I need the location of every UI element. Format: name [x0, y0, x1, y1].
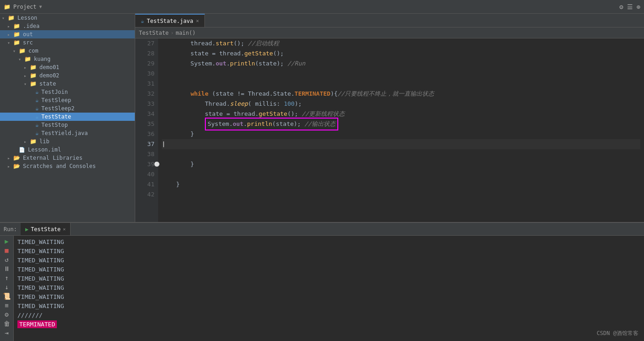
folder-icon: 📁	[30, 72, 37, 79]
tree-item-label: demo01	[39, 64, 59, 70]
output-line: TERMINATED	[17, 320, 640, 329]
line-number-38: 38	[139, 149, 154, 159]
code-token: TERMINATED	[295, 89, 330, 99]
tree-item-label: TestJoin	[41, 89, 68, 95]
highlighted-code-box: System.out.println(state); //输出状态	[205, 118, 338, 130]
wrap-button[interactable]: ⇥	[2, 329, 12, 336]
tree-item-label: External Libraries	[23, 155, 83, 161]
restart-button[interactable]: ↺	[2, 256, 12, 263]
code-token: (state);	[255, 59, 287, 69]
run-toolbar: ▶ ■ ↺ ⏸ ↑ ↓ 📜 ≡ ⚙ 🗑 ⇥ ✕	[0, 236, 14, 341]
code-token: println	[230, 59, 255, 69]
arrow-icon: ▸	[24, 65, 28, 70]
code-line-31	[162, 79, 640, 89]
scroll-button[interactable]: 📜	[2, 292, 12, 300]
settings-icon[interactable]: ⚙	[619, 3, 623, 11]
bottom-content: ▶ ■ ↺ ⏸ ↑ ↓ 📜 ≡ ⚙ 🗑 ⇥ ✕ TIMED_WAITINGTIM…	[0, 236, 644, 341]
sidebar-item-demo01[interactable]: ▸📁demo01	[0, 63, 135, 71]
tree-item-label: com	[28, 48, 39, 54]
line-number-33: 33	[139, 99, 154, 109]
sidebar-item-TestSleep[interactable]: ☕TestSleep	[0, 96, 135, 104]
code-token: );	[295, 99, 302, 109]
code-line-37: |	[162, 139, 640, 149]
code-token: start	[215, 38, 233, 49]
code-editor[interactable]: 27282930313233343536373839404142 thread.…	[135, 38, 644, 222]
tree-item-label: TestYield.java	[41, 130, 88, 136]
run-icon: ▶	[25, 226, 28, 233]
sidebar-item-lib[interactable]: ▸📁lib	[0, 137, 135, 146]
code-line-30	[162, 69, 640, 79]
breadcrumb-class: TestState	[139, 30, 169, 36]
output-line: TIMED_WAITING	[17, 274, 640, 283]
project-label[interactable]: Project	[13, 4, 37, 10]
sidebar-item-TestJoin[interactable]: ☕TestJoin	[0, 88, 135, 96]
code-token: System.	[162, 59, 215, 69]
code-token: getState	[244, 49, 273, 59]
down-button[interactable]: ↓	[2, 283, 12, 291]
bottom-tab-close-icon[interactable]: ✕	[63, 227, 66, 232]
sidebar-item-out[interactable]: ▸📁out	[0, 30, 135, 38]
line-number-41: 41	[139, 179, 154, 189]
sidebar-item-TestSleep2[interactable]: ☕TestSleep2	[0, 104, 135, 113]
list-button[interactable]: ≡	[2, 302, 12, 309]
editor-area: ☕ TestState.java ✕ TestState › main() 27…	[135, 14, 644, 222]
sidebar-item-TestState[interactable]: ☕TestState	[0, 113, 135, 121]
up-button[interactable]: ↑	[2, 274, 12, 281]
clear-button[interactable]: 🗑	[2, 320, 12, 327]
sidebar-item-Lesson_iml[interactable]: 📄Lesson.iml	[0, 146, 135, 154]
arrow-icon: ▸	[24, 73, 28, 78]
run-button[interactable]: ▶	[2, 238, 12, 245]
cursor: |	[162, 139, 165, 149]
settings-run-button[interactable]: ⚙	[2, 311, 12, 318]
line-number-29: 29	[139, 59, 154, 69]
code-line-38	[162, 149, 640, 159]
stop-button[interactable]: ■	[2, 247, 12, 254]
sidebar-item-src[interactable]: ▾📁src	[0, 38, 135, 47]
project-icon: 📁	[4, 4, 11, 10]
bottom-panel: Run: ▶ TestState ✕ ▶ ■ ↺ ⏸ ↑ ↓ 📜 ≡ ⚙ 🗑 ⇥…	[0, 222, 644, 341]
code-indent	[162, 119, 205, 129]
sidebar-item-lesson[interactable]: ▾📁Lesson	[0, 14, 135, 22]
sidebar-item-kuang[interactable]: ▾📁kuang	[0, 55, 135, 63]
arrow-icon: ▸	[7, 156, 12, 161]
bottom-tab-teststate[interactable]: ▶ TestState ✕	[21, 223, 71, 235]
output-line: TIMED_WAITING	[17, 238, 640, 247]
sidebar-item-ExternalLibraries[interactable]: ▸📂External Libraries	[0, 154, 135, 162]
folder-icon: 📁	[30, 64, 37, 70]
tree-item-label: demo02	[39, 72, 59, 79]
line-number-37: 37	[139, 139, 154, 149]
java-file-icon: ☕	[35, 97, 39, 103]
line-number-40: 40	[139, 169, 154, 179]
code-line-40	[162, 169, 640, 179]
code-content[interactable]: thread.start(); //启动线程 state = thread.ge…	[158, 38, 644, 222]
code-line-41: }	[162, 179, 640, 189]
close-run-button[interactable]: ✕	[2, 338, 12, 341]
tree-item-label: src	[23, 39, 33, 46]
tab-bar: ☕ TestState.java ✕	[135, 14, 644, 27]
gutter-icon: ⚪	[154, 159, 160, 169]
sidebar-item-idea[interactable]: ▸📁.idea	[0, 22, 135, 30]
menu-icon[interactable]: ☰	[627, 3, 633, 11]
line-numbers: 27282930313233343536373839404142	[135, 38, 158, 222]
sidebar-item-ScratchesConsoles[interactable]: ▸📂Scratches and Consoles	[0, 162, 135, 170]
sidebar-item-TestStop[interactable]: ☕TestStop	[0, 121, 135, 129]
pause-button[interactable]: ⏸	[2, 265, 12, 272]
code-token: ){	[330, 89, 338, 99]
code-line-39: ⚪ }	[162, 159, 640, 169]
code-token: out	[215, 59, 226, 69]
run-output[interactable]: TIMED_WAITINGTIMED_WAITINGTIMED_WAITINGT…	[14, 236, 644, 341]
sidebar-item-state[interactable]: ▾📁state	[0, 80, 135, 88]
line-number-31: 31	[139, 79, 154, 89]
line-number-30: 30	[139, 69, 154, 79]
sidebar-item-TestYield[interactable]: ☕TestYield.java	[0, 129, 135, 137]
sidebar: ▾📁Lesson▸📁.idea▸📁out▾📁src▾📁com▾📁kuang▸📁d…	[0, 14, 135, 222]
tab-close-icon[interactable]: ✕	[196, 18, 199, 24]
line-number-27: 27	[139, 38, 154, 49]
folder-icon: 📁	[13, 31, 20, 38]
sidebar-item-com[interactable]: ▾📁com	[0, 47, 135, 55]
arrow-icon: ▸	[7, 32, 12, 37]
add-icon[interactable]: ⊕	[637, 3, 640, 11]
sidebar-item-demo02[interactable]: ▸📁demo02	[0, 71, 135, 80]
tab-teststate[interactable]: ☕ TestState.java ✕	[135, 14, 205, 27]
tree-item-label: Lesson	[17, 15, 37, 21]
